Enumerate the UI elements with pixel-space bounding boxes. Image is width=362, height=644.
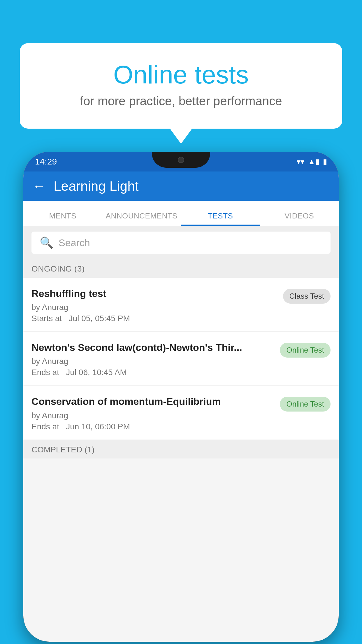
test-time: Ends at Jun 10, 06:00 PM xyxy=(31,422,274,431)
tab-tests[interactable]: TESTS xyxy=(181,211,260,226)
phone-screen: 14:29 ▾▾ ▲▮ ▮ ← Learning Light MENTS ANN… xyxy=(23,152,339,642)
bubble-title: Online tests xyxy=(43,61,319,89)
test-time: Starts at Jul 05, 05:45 PM xyxy=(31,314,277,323)
camera xyxy=(178,157,184,163)
time-value: Jul 06, 10:45 AM xyxy=(66,368,127,377)
search-bar[interactable]: 🔍 Search xyxy=(31,232,331,254)
tab-bar: MENTS ANNOUNCEMENTS TESTS VIDEOS xyxy=(23,201,339,226)
test-info: Conservation of momentum-Equilibrium by … xyxy=(31,395,280,431)
test-author: by Anurag xyxy=(31,303,277,312)
app-bar: ← Learning Light xyxy=(23,172,339,201)
test-info: Reshuffling test by Anurag Starts at Jul… xyxy=(31,287,283,323)
test-list: Reshuffling test by Anurag Starts at Jul… xyxy=(23,278,339,440)
tab-ments[interactable]: MENTS xyxy=(23,211,102,226)
search-icon: 🔍 xyxy=(40,236,53,249)
test-name: Conservation of momentum-Equilibrium xyxy=(31,395,274,408)
time-label: Ends at xyxy=(31,422,59,431)
promo-bubble: Online tests for more practice, better p… xyxy=(20,43,342,129)
wifi-icon: ▾▾ xyxy=(297,157,304,166)
bubble-subtitle: for more practice, better performance xyxy=(43,94,319,108)
notch xyxy=(152,152,210,168)
test-item[interactable]: Reshuffling test by Anurag Starts at Jul… xyxy=(23,278,339,332)
test-info: Newton's Second law(contd)-Newton's Thir… xyxy=(31,341,280,377)
tab-videos[interactable]: VIDEOS xyxy=(260,211,339,226)
test-author: by Anurag xyxy=(31,357,274,366)
search-placeholder: Search xyxy=(59,237,90,249)
time-value: Jul 05, 05:45 PM xyxy=(69,314,130,323)
status-icons: ▾▾ ▲▮ ▮ xyxy=(297,157,327,166)
test-badge: Online Test xyxy=(280,343,331,358)
status-time: 14:29 xyxy=(35,157,57,167)
completed-section-header: COMPLETED (1) xyxy=(23,440,339,459)
phone-frame: 14:29 ▾▾ ▲▮ ▮ ← Learning Light MENTS ANN… xyxy=(23,152,339,642)
test-author: by Anurag xyxy=(31,411,274,420)
test-time: Ends at Jul 06, 10:45 AM xyxy=(31,368,274,377)
app-title: Learning Light xyxy=(54,178,139,194)
battery-icon: ▮ xyxy=(323,157,327,166)
test-name: Reshuffling test xyxy=(31,287,277,300)
ongoing-section-header: ONGOING (3) xyxy=(23,259,339,278)
test-badge: Online Test xyxy=(280,397,331,412)
search-container: 🔍 Search xyxy=(23,226,339,259)
time-label: Ends at xyxy=(31,368,59,377)
time-value: Jun 10, 06:00 PM xyxy=(66,422,130,431)
test-item[interactable]: Newton's Second law(contd)-Newton's Thir… xyxy=(23,332,339,386)
test-item[interactable]: Conservation of momentum-Equilibrium by … xyxy=(23,386,339,440)
time-label: Starts at xyxy=(31,314,62,323)
status-bar: 14:29 ▾▾ ▲▮ ▮ xyxy=(23,152,339,172)
back-button[interactable]: ← xyxy=(33,179,45,193)
test-badge: Class Test xyxy=(283,289,331,304)
tab-announcements[interactable]: ANNOUNCEMENTS xyxy=(102,211,181,226)
test-name: Newton's Second law(contd)-Newton's Thir… xyxy=(31,341,274,354)
signal-icon: ▲▮ xyxy=(308,157,319,166)
